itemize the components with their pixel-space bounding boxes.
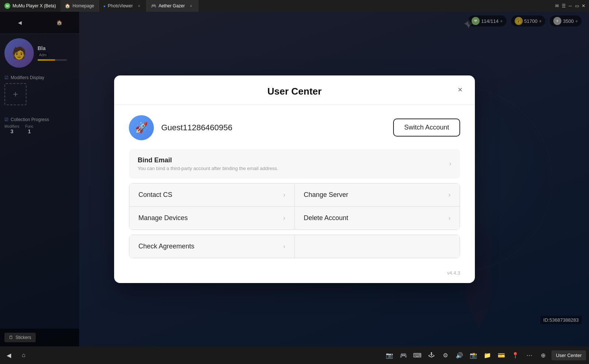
taskbar-right: 📷 🎮 ⌨ 🕹 ⚙ 🔊 📸 📁 💳 📍 ⋯ ⊕ User Center [384,349,586,361]
brand-label: MuMu Player X (Beta) [13,3,56,8]
switch-account-button[interactable]: Switch Account [393,119,460,137]
user-info-row: 🚀 Guest11286460956 Switch Account [129,115,460,140]
brand-logo: M [4,3,10,9]
delete-account-item[interactable]: Delete Account › [294,206,460,230]
tab-photoviewer[interactable]: ● PhotoViewer × [99,0,147,12]
tab-homepage-label: Homepage [73,3,94,8]
menu-grid: Contact CS › Change Server › Manage Devi… [129,183,460,230]
tab-homepage[interactable]: 🏠 Homepage [60,0,99,12]
manage-devices-chevron-icon: › [283,214,285,222]
taskbar-more-button[interactable]: ⋯ [523,349,535,361]
check-agreements-label: Check Agreements [138,243,194,250]
taskbar-layers-button[interactable]: ⊕ [537,349,549,361]
tab-aether-gazer-close[interactable]: × [188,3,194,8]
taskbar-folder-button[interactable]: 📁 [482,349,493,361]
user-center-taskbar-button[interactable]: User Center [551,350,586,360]
contact-cs-chevron-icon: › [283,191,285,199]
taskbar-keyboard-button[interactable]: ⌨ [412,349,423,361]
dialog-footer: v4.4.3 [114,266,475,283]
app-brand: M MuMu Player X (Beta) [0,3,60,9]
user-avatar: 🚀 [129,115,154,140]
change-server-item[interactable]: Change Server › [294,183,460,206]
check-agreements-item[interactable]: Check Agreements › [129,235,294,258]
photoviewer-icon: ● [103,4,106,8]
taskbar-volume-button[interactable]: 🔊 [454,349,465,361]
bind-email-title: Bind Email [138,156,278,164]
title-bar: M MuMu Player X (Beta) 🏠 Homepage ● Phot… [0,0,589,12]
taskbar-screenshot-button[interactable]: 📸 [468,349,479,361]
bind-email-chevron-icon: › [449,160,451,167]
taskbar-gamepad-button[interactable]: 🎮 [398,349,409,361]
check-agreements-chevron-icon: › [283,243,285,250]
taskbar-controller-button[interactable]: 🕹 [426,349,437,361]
menu-button[interactable]: ☰ [561,3,566,8]
contact-cs-item[interactable]: Contact CS › [129,183,294,206]
taskbar-location-button[interactable]: 📍 [509,349,521,361]
tab-photoviewer-close[interactable]: × [137,3,142,8]
minimize-button[interactable]: ─ [568,3,573,8]
change-server-chevron-icon: › [448,191,451,199]
modal-overlay: User Center × 🚀 Guest11286460956 Switch … [0,12,589,346]
user-center-dialog: User Center × 🚀 Guest11286460956 Switch … [114,75,475,283]
taskbar: ◀ ⌂ 📷 🎮 ⌨ 🕹 ⚙ 🔊 📸 📁 💳 📍 ⋯ ⊕ User Center [0,346,589,364]
close-button[interactable]: ✕ [581,3,586,8]
mail-button[interactable]: ✉ [554,3,560,8]
tab-aether-gazer-label: Aether Gazer [159,3,185,8]
rocket-icon: 🚀 [135,121,148,134]
user-center-taskbar-label: User Center [556,353,582,358]
taskbar-wallet-button[interactable]: 💳 [495,349,507,361]
contact-cs-label: Contact CS [138,191,172,199]
restore-button[interactable]: ▭ [574,3,579,8]
taskbar-settings-button[interactable]: ⚙ [440,349,451,361]
game-area: ✦ ◀ 🏠 🧑 Bla Adm ☑ Modifiers Display [0,12,589,346]
game-icon: 🎮 [151,3,156,8]
delete-account-label: Delete Account [304,214,348,222]
dialog-header: User Center × [114,75,475,105]
manage-devices-item[interactable]: Manage Devices › [129,206,294,230]
window-controls: ✉ ☰ ─ ▭ ✕ [551,3,589,8]
home-icon: 🏠 [65,3,70,8]
manage-devices-label: Manage Devices [138,214,188,222]
dialog-close-button[interactable]: × [454,84,466,96]
delete-account-chevron-icon: › [448,214,451,222]
dialog-body: 🚀 Guest11286460956 Switch Account Bind E… [114,105,475,266]
bind-email-row[interactable]: Bind Email You can bind a third-party ac… [129,149,460,179]
menu-grid-bottom: Check Agreements › [129,234,460,258]
empty-grid-cell [294,235,460,258]
tabs-area: 🏠 Homepage ● PhotoViewer × 🎮 Aether Gaze… [60,0,551,12]
taskbar-back-button[interactable]: ◀ [3,349,15,361]
username-label: Guest11286460956 [161,123,386,132]
taskbar-video-button[interactable]: 📷 [384,349,395,361]
tab-aether-gazer[interactable]: 🎮 Aether Gazer × [147,0,198,12]
tab-photoviewer-label: PhotoViewer [108,3,133,8]
change-server-label: Change Server [304,191,348,199]
version-label: v4.4.3 [447,270,460,276]
dialog-title: User Center [129,86,460,97]
taskbar-home-button[interactable]: ⌂ [18,349,29,361]
bind-email-text: Bind Email You can bind a third-party ac… [138,156,278,171]
bind-email-description: You can bind a third-party account after… [138,166,278,171]
